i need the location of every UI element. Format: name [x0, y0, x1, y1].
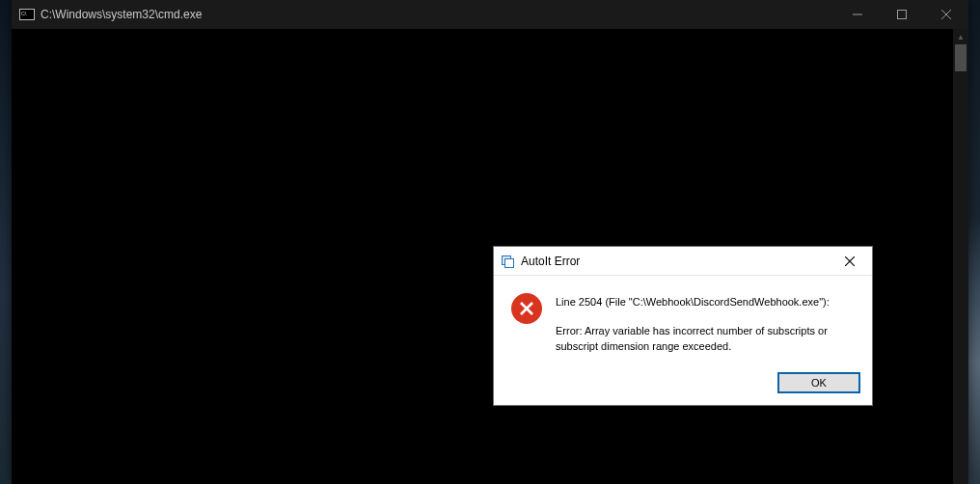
scroll-up-arrow-icon[interactable]: ▲: [953, 29, 968, 44]
dialog-title: AutoIt Error: [521, 255, 580, 268]
cmd-window: C:\Windows\system32\cmd.exe ▲: [12, 0, 968, 484]
minimize-button[interactable]: [835, 0, 880, 29]
svg-rect-0: [898, 11, 907, 19]
dialog-message-line1: Line 2504 (File "C:\Webhook\DiscordSendW…: [556, 295, 857, 310]
maximize-button[interactable]: [880, 0, 924, 29]
cmd-titlebar[interactable]: C:\Windows\system32\cmd.exe: [12, 0, 968, 29]
dialog-titlebar[interactable]: AutoIt Error: [494, 247, 872, 276]
desktop-background-sliver: [0, 0, 12, 484]
dialog-button-row: OK: [494, 363, 872, 405]
cmd-title: C:\Windows\system32\cmd.exe: [41, 8, 202, 21]
ok-button[interactable]: OK: [777, 372, 860, 393]
error-dialog: AutoIt Error Line 2504 (File "C:\Webhook…: [493, 246, 873, 406]
cmd-app-icon: [19, 9, 35, 20]
cmd-scrollbar[interactable]: ▲: [953, 29, 968, 484]
dialog-content: Line 2504 (File "C:\Webhook\DiscordSendW…: [494, 276, 872, 363]
error-icon: [511, 293, 542, 324]
autoit-app-icon: [500, 254, 515, 269]
scroll-thumb[interactable]: [955, 44, 966, 71]
dialog-message-line2: Error: Array variable has incorrect numb…: [556, 324, 857, 355]
dialog-message: Line 2504 (File "C:\Webhook\DiscordSendW…: [556, 293, 857, 355]
close-button[interactable]: [924, 0, 968, 29]
dialog-close-button[interactable]: [831, 250, 868, 273]
